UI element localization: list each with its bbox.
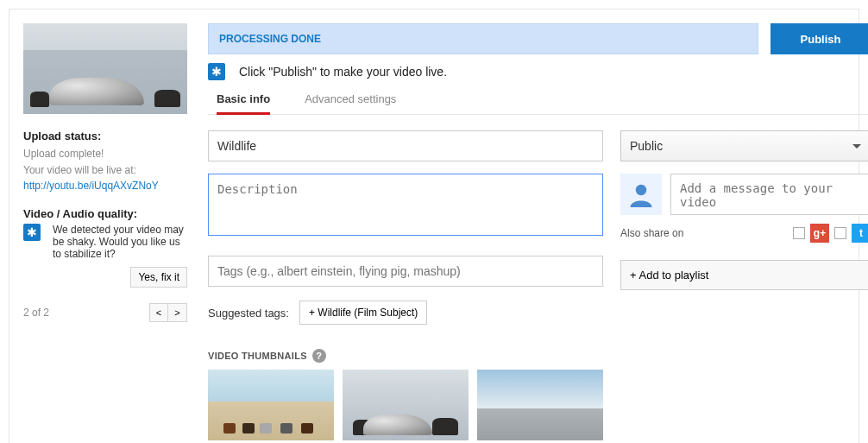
avatar (620, 174, 662, 215)
form-left-column: Suggested tags: + Wildlife (Film Subject… (208, 130, 603, 440)
decor-rock (30, 92, 49, 107)
pager-next-button[interactable]: > (168, 303, 187, 322)
thumbnail-option-2[interactable] (343, 370, 469, 440)
pager-text: 2 of 2 (23, 307, 49, 319)
upload-status-label: Upload status: (23, 130, 187, 142)
status-row: PROCESSING DONE Publish (208, 23, 868, 54)
google-plus-icon[interactable]: g+ (810, 224, 829, 243)
pager-row: 2 of 2 < > (23, 303, 187, 322)
also-share-row: Also share on g+ t (620, 224, 868, 243)
gplus-checkbox[interactable] (793, 227, 805, 239)
title-input[interactable] (208, 130, 603, 161)
suggested-tag-chip[interactable]: + Wildlife (Film Subject) (299, 301, 427, 325)
twitter-checkbox[interactable] (834, 227, 846, 239)
left-sidebar: Upload status: Upload complete! Your vid… (23, 23, 187, 440)
description-textarea[interactable] (208, 174, 603, 236)
star-icon: ✱ (208, 63, 225, 80)
publish-button[interactable]: Publish (771, 23, 868, 54)
quality-message-row: ✱ We detected your video may be shaky. W… (23, 224, 187, 260)
decor-seal (49, 78, 144, 105)
stabilize-button[interactable]: Yes, fix it (130, 267, 187, 288)
share-row (620, 174, 868, 215)
processing-status-bar: PROCESSING DONE (208, 23, 758, 54)
main-panel: PROCESSING DONE Publish ✱ Click "Publish… (208, 23, 868, 440)
thumbnails-label: VIDEO THUMBNAILS (208, 351, 307, 361)
form-right-column: Public Also share on (620, 130, 868, 440)
twitter-icon[interactable]: t (852, 224, 868, 243)
share-message-textarea[interactable] (670, 174, 868, 215)
svg-point-0 (636, 185, 647, 196)
add-to-playlist-button[interactable]: + Add to playlist (620, 260, 868, 290)
thumbnail-option-1[interactable] (208, 370, 334, 440)
pager: < > (149, 303, 187, 322)
publish-hint-text: Click "Publish" to make your video live. (239, 65, 447, 79)
form-row: Suggested tags: + Wildlife (Film Subject… (208, 130, 868, 440)
upload-status-section: Upload status: Upload complete! Your vid… (23, 130, 187, 192)
chevron-down-icon (852, 144, 861, 149)
video-thumbnail-preview (23, 23, 187, 114)
help-icon[interactable]: ? (312, 349, 326, 363)
suggested-tags-label: Suggested tags: (208, 307, 289, 320)
decor-rock (154, 90, 180, 107)
star-icon: ✱ (23, 224, 41, 241)
thumbnails-header: VIDEO THUMBNAILS ? (208, 349, 603, 363)
publish-hint-row: ✱ Click "Publish" to make your video liv… (208, 63, 868, 80)
tab-basic-info[interactable]: Basic info (217, 87, 270, 114)
quality-label: Video / Audio quality: (23, 207, 187, 220)
suggested-tags-row: Suggested tags: + Wildlife (Film Subject… (208, 301, 603, 325)
tags-input[interactable] (208, 256, 603, 287)
privacy-select[interactable]: Public (620, 130, 868, 161)
upload-editor-card: Upload status: Upload complete! Your vid… (9, 9, 859, 443)
quality-section: Video / Audio quality: ✱ We detected you… (23, 207, 187, 288)
also-share-label: Also share on (620, 227, 683, 239)
tab-advanced-settings[interactable]: Advanced settings (305, 87, 396, 114)
live-at-label: Your video will be live at: (23, 162, 187, 179)
person-icon (628, 181, 654, 207)
thumbnails-row (208, 370, 603, 440)
video-url-link[interactable]: http://youtu.be/iUqqAXvZNoY (23, 180, 159, 192)
tabs: Basic info Advanced settings (208, 87, 868, 115)
upload-status-text: Upload complete! (23, 146, 187, 162)
privacy-value: Public (630, 139, 663, 153)
quality-message: We detected your video may be shaky. Wou… (53, 224, 187, 260)
pager-prev-button[interactable]: < (149, 303, 168, 322)
thumbnail-option-3[interactable] (477, 370, 603, 440)
social-icons: g+ t (793, 224, 868, 243)
